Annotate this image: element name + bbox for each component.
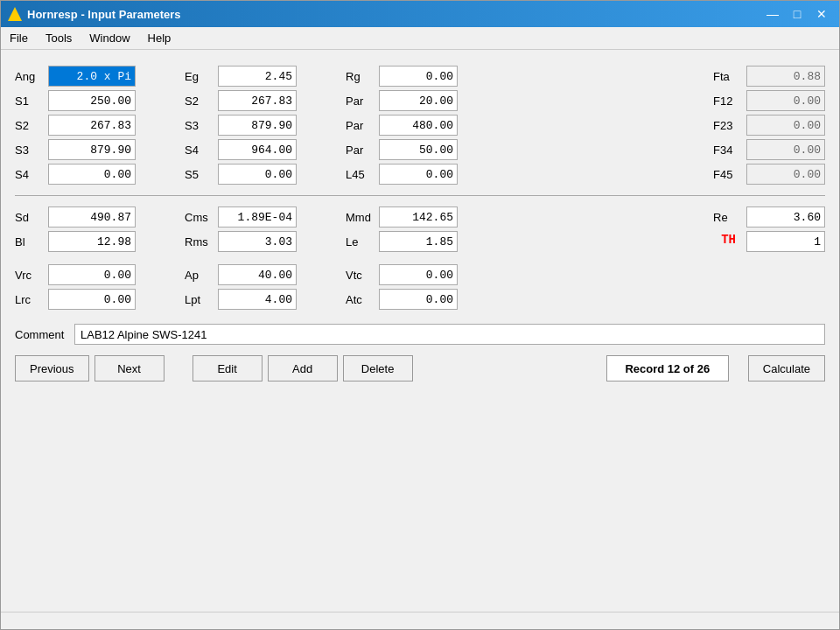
s1-label: S1 <box>15 94 41 108</box>
delete-button[interactable]: Delete <box>343 355 413 382</box>
par2-input[interactable] <box>379 115 458 136</box>
calculate-button[interactable]: Calculate <box>748 355 825 382</box>
menu-help[interactable]: Help <box>139 29 180 47</box>
rg-input[interactable] <box>379 66 458 87</box>
s4-label: S4 <box>15 168 41 181</box>
cms-label: Cms <box>185 211 211 224</box>
vrc-label: Vrc <box>15 269 41 282</box>
ap-label: Ap <box>185 269 211 282</box>
par3-input[interactable] <box>379 139 458 160</box>
s4top-input[interactable] <box>218 139 297 160</box>
bl-label: Bl <box>15 235 41 248</box>
s3-label: S3 <box>15 144 41 157</box>
s3-input[interactable] <box>48 139 136 160</box>
fta-input <box>746 66 825 87</box>
title-bar: Hornresp - Input Parameters — □ ✕ <box>1 1 839 27</box>
s3top-label: S3 <box>185 119 211 132</box>
previous-button[interactable]: Previous <box>15 355 89 382</box>
s2-input[interactable] <box>48 115 136 136</box>
lrc-input[interactable] <box>48 289 136 310</box>
menu-file[interactable]: File <box>1 29 37 47</box>
comment-input[interactable] <box>74 324 825 345</box>
par1-label: Par <box>346 94 372 108</box>
l45-input[interactable] <box>379 164 458 185</box>
row-lrc: Lrc Lpt Atc <box>15 287 825 312</box>
record-indicator: Record 12 of 26 <box>606 355 729 382</box>
row-bl: Bl Rms Le TH <box>15 229 825 254</box>
bl-input[interactable] <box>48 231 136 252</box>
row-s1: S1 S2 Par F12 <box>15 88 825 113</box>
re-input[interactable] <box>746 206 825 228</box>
le-label: Le <box>346 235 372 248</box>
minimize-button[interactable]: — <box>762 5 783 23</box>
rms-label: Rms <box>185 235 211 248</box>
add-button[interactable]: Add <box>268 355 338 382</box>
fta-label: Fta <box>713 70 739 83</box>
f23-label: F23 <box>713 119 739 132</box>
re-label: Re <box>713 211 739 224</box>
lpt-label: Lpt <box>185 293 211 306</box>
f23-input <box>746 115 825 136</box>
mmd-label: Mmd <box>346 211 372 224</box>
mmd-input[interactable] <box>379 206 458 228</box>
main-content: Ang Eg Rg Fta S1 S2 Par F12 <box>1 50 839 612</box>
cms-input[interactable] <box>218 206 297 228</box>
f12-label: F12 <box>713 94 739 108</box>
s2-label: S2 <box>15 119 41 132</box>
s2top-input[interactable] <box>218 90 297 111</box>
row-ang: Ang Eg Rg Fta <box>15 64 825 88</box>
s3top-input[interactable] <box>218 115 297 136</box>
par1-input[interactable] <box>379 90 458 111</box>
menu-tools[interactable]: Tools <box>37 29 80 47</box>
maximize-button[interactable]: □ <box>787 5 808 23</box>
window-controls: — □ ✕ <box>762 5 832 23</box>
sd-input[interactable] <box>48 206 136 228</box>
row-vrc: Vrc Ap Vtc <box>15 262 825 287</box>
s4top-label: S4 <box>185 144 211 157</box>
app-icon <box>8 7 22 21</box>
rg-label: Rg <box>346 70 372 83</box>
row-s2: S2 S3 Par F23 <box>15 113 825 137</box>
row-s4: S4 S5 L45 F45 <box>15 162 825 186</box>
row-sd: Sd Cms Mmd Re <box>15 205 825 229</box>
eg-label: Eg <box>185 70 211 83</box>
le-input[interactable] <box>379 231 458 252</box>
f34-label: F34 <box>713 144 739 157</box>
f45-input <box>746 164 825 185</box>
edit-button[interactable]: Edit <box>192 355 262 382</box>
menu-window[interactable]: Window <box>80 29 138 47</box>
th-label: TH <box>713 231 739 252</box>
f34-input <box>746 139 825 160</box>
button-row: Previous Next Edit Add Delete Record 12 … <box>15 355 825 382</box>
atc-input[interactable] <box>379 289 458 310</box>
s5-input[interactable] <box>218 164 297 185</box>
th-input[interactable] <box>746 231 825 252</box>
s5-label: S5 <box>185 168 211 181</box>
next-button[interactable]: Next <box>94 355 164 382</box>
vtc-label: Vtc <box>346 269 372 282</box>
ang-input[interactable] <box>48 66 136 87</box>
s4-input[interactable] <box>48 164 136 185</box>
close-button[interactable]: ✕ <box>811 5 832 23</box>
par3-label: Par <box>346 144 372 157</box>
lpt-input[interactable] <box>218 289 297 310</box>
ang-label: Ang <box>15 70 41 83</box>
comment-row: Comment <box>15 324 825 345</box>
f12-input <box>746 90 825 111</box>
lrc-label: Lrc <box>15 293 41 306</box>
main-window: Hornresp - Input Parameters — □ ✕ File T… <box>0 0 840 630</box>
vtc-input[interactable] <box>379 264 458 285</box>
atc-label: Atc <box>346 293 372 306</box>
vrc-input[interactable] <box>48 264 136 285</box>
eg-input[interactable] <box>218 66 297 87</box>
ap-input[interactable] <box>218 264 297 285</box>
s2top-label: S2 <box>185 94 211 108</box>
s1-input[interactable] <box>48 90 136 111</box>
rms-input[interactable] <box>218 231 297 252</box>
comment-label: Comment <box>15 328 67 341</box>
f45-label: F45 <box>713 168 739 181</box>
par2-label: Par <box>346 119 372 132</box>
l45-label: L45 <box>346 168 372 181</box>
menu-bar: File Tools Window Help <box>1 27 839 50</box>
divider-1 <box>15 195 825 196</box>
